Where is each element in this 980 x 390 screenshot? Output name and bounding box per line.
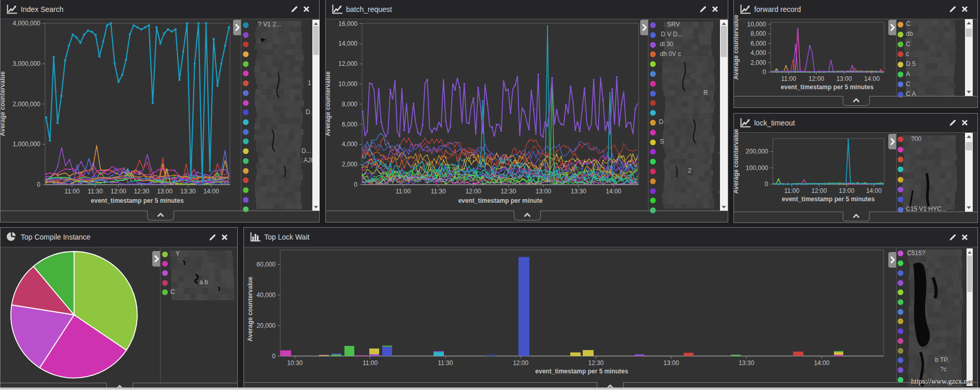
- svg-text:11:00: 11:00: [396, 188, 411, 195]
- svg-text:14,000: 14,000: [338, 40, 357, 47]
- svg-text:10,000: 10,000: [747, 21, 766, 28]
- svg-text:11:00: 11:00: [64, 188, 79, 195]
- svg-text:2,000: 2,000: [342, 161, 357, 168]
- svg-text:200,000: 200,000: [746, 148, 769, 155]
- svg-text:11:30: 11:30: [430, 188, 445, 195]
- svg-text:16,000: 16,000: [338, 20, 357, 27]
- svg-text:Average countervalue: Average countervalue: [1, 71, 6, 136]
- svg-text:13:00: 13:00: [157, 188, 172, 195]
- svg-text:13:00: 13:00: [536, 188, 551, 195]
- svg-text:12:30: 12:30: [134, 188, 149, 195]
- svg-text:13:00: 13:00: [664, 359, 679, 367]
- svg-text:100,000: 100,000: [746, 164, 769, 172]
- svg-text:6,000: 6,000: [342, 121, 357, 128]
- svg-text:14:00: 14:00: [864, 75, 880, 82]
- svg-text:40,000: 40,000: [256, 291, 276, 299]
- svg-text:14:00: 14:00: [204, 188, 219, 195]
- svg-text:Average countervalue: Average countervalue: [734, 15, 740, 79]
- svg-text:12:00: 12:00: [466, 188, 481, 195]
- svg-text:Average countervalue: Average countervalue: [734, 129, 740, 193]
- svg-text:14:00: 14:00: [866, 187, 882, 194]
- svg-text:2,000,000: 2,000,000: [13, 101, 41, 108]
- svg-text:8,000: 8,000: [751, 30, 766, 37]
- svg-text:Average countervalue: Average countervalue: [326, 71, 332, 136]
- svg-text:8,000: 8,000: [342, 101, 357, 108]
- svg-text:4,000,000: 4,000,000: [13, 20, 41, 27]
- svg-text:1,000,000: 1,000,000: [13, 141, 41, 148]
- svg-text:0: 0: [762, 68, 766, 76]
- svg-text:11:00: 11:00: [363, 359, 378, 367]
- svg-text:12:00: 12:00: [811, 187, 827, 194]
- svg-text:event_timestamp per 5 minutes: event_timestamp per 5 minutes: [91, 197, 184, 204]
- svg-text:13:30: 13:30: [180, 188, 196, 195]
- svg-text:11:30: 11:30: [438, 359, 453, 367]
- svg-text:13:00: 13:00: [839, 187, 854, 194]
- svg-text:11:30: 11:30: [88, 188, 103, 195]
- svg-text:0: 0: [354, 181, 357, 188]
- svg-text:20,000: 20,000: [256, 322, 276, 329]
- svg-text:10:30: 10:30: [287, 359, 302, 367]
- svg-text:14:00: 14:00: [814, 359, 829, 367]
- svg-text:12:30: 12:30: [500, 188, 516, 195]
- svg-text:12:30: 12:30: [588, 359, 603, 367]
- svg-text:Average countervalue: Average countervalue: [247, 276, 254, 341]
- svg-text:0: 0: [37, 181, 40, 188]
- svg-text:4,000: 4,000: [342, 141, 357, 148]
- svg-text:12:00: 12:00: [513, 359, 528, 367]
- svg-text:event_timestamp per 5 minutes: event_timestamp per 5 minutes: [781, 83, 874, 91]
- svg-text:0: 0: [272, 353, 276, 360]
- svg-text:event_timestamp per 5 minutes: event_timestamp per 5 minutes: [535, 368, 628, 375]
- svg-text:12:00: 12:00: [809, 75, 824, 82]
- svg-text:2,000: 2,000: [751, 59, 766, 66]
- svg-text:6,000: 6,000: [751, 40, 766, 47]
- svg-text:13:30: 13:30: [571, 188, 586, 195]
- svg-text:11:00: 11:00: [781, 75, 796, 82]
- svg-text:10,000: 10,000: [338, 80, 357, 88]
- svg-text:60,000: 60,000: [256, 261, 276, 268]
- svg-text:event_timestamp per 5 minutes: event_timestamp per 5 minutes: [782, 196, 875, 203]
- svg-text:14:00: 14:00: [606, 188, 621, 195]
- svg-text:0: 0: [765, 180, 768, 188]
- svg-text:event_timestamp per minute: event_timestamp per minute: [458, 197, 543, 204]
- svg-text:13:30: 13:30: [739, 359, 754, 367]
- svg-text:11:00: 11:00: [784, 187, 799, 194]
- svg-text:4,000: 4,000: [751, 49, 766, 57]
- svg-text:3,000,000: 3,000,000: [13, 60, 41, 67]
- svg-text:12,000: 12,000: [338, 60, 357, 67]
- svg-text:12:00: 12:00: [111, 188, 126, 195]
- svg-text:13:00: 13:00: [837, 75, 852, 82]
